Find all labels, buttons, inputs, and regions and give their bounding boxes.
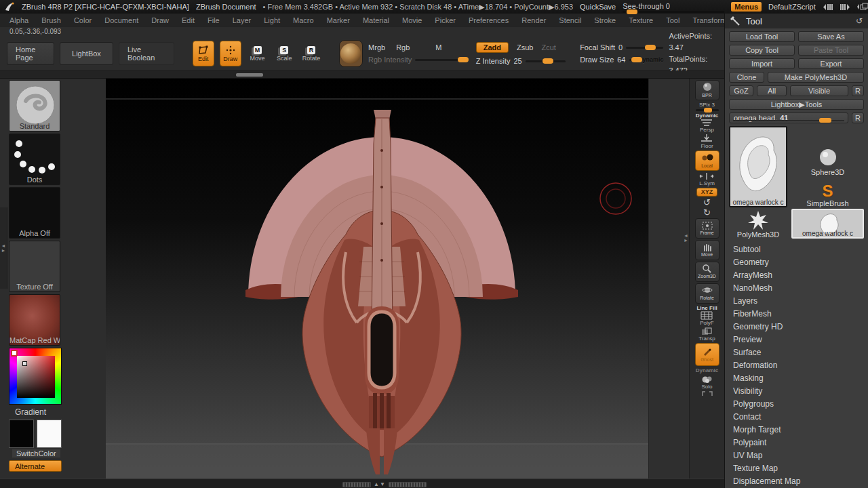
tool-section-header[interactable]: Layers [729, 294, 864, 307]
lsym-button[interactable]: L.Sym [699, 172, 715, 186]
draw-size-handle[interactable] [631, 57, 642, 62]
r-button-2[interactable]: R [852, 113, 864, 123]
alternate-button[interactable]: Alternate [9, 460, 62, 472]
r-button[interactable]: R [852, 85, 864, 96]
menu-item[interactable]: Layer [233, 16, 252, 24]
goz-visible-button[interactable]: Visible [790, 85, 848, 96]
see-through-groove[interactable] [623, 11, 724, 13]
menu-item[interactable]: Stroke [594, 16, 616, 24]
menu-item[interactable]: Light [264, 16, 280, 24]
menu-item[interactable]: Tool [666, 16, 679, 24]
document-canvas[interactable] [106, 79, 648, 479]
brush-thumbnail-standard[interactable]: Standard [9, 80, 60, 131]
solo-button[interactable]: Solo [701, 375, 714, 390]
xyz-button[interactable]: XYZ [696, 188, 718, 197]
rgb-intensity-slider[interactable] [415, 59, 462, 61]
menu-item[interactable]: File [208, 16, 220, 24]
tool-section-header[interactable]: Contact [729, 410, 864, 423]
bottom-scrollbar-left[interactable] [342, 482, 371, 487]
polyf-button[interactable]: Line Fill PolyF [696, 305, 717, 326]
zcut-button[interactable]: Zcut [541, 43, 555, 52]
tool-section-header[interactable]: Displacement Map [729, 474, 864, 487]
spix-handle[interactable] [704, 108, 712, 113]
default-zscript-button[interactable]: DefaultZScript [768, 3, 816, 11]
tool-section-header[interactable]: FiberMesh [729, 307, 864, 320]
tool-section-header[interactable]: Geometry [729, 256, 864, 268]
see-through-slider[interactable]: See-through 0 [623, 3, 724, 13]
zoom3d-button[interactable]: Zoom3D [695, 262, 719, 282]
frame-button[interactable]: Frame [695, 218, 719, 239]
menu-item[interactable]: Preferences [469, 16, 509, 24]
stroke-thumbnail-dots[interactable]: Dots [9, 134, 60, 185]
export-button[interactable]: Export [798, 58, 864, 69]
tool-section-header[interactable]: Morph Target [729, 423, 864, 436]
rgb-button[interactable]: Rgb [396, 43, 410, 52]
goz-all-button[interactable]: All [757, 85, 787, 96]
menu-item[interactable]: Movie [402, 16, 422, 24]
z-intensity-slider[interactable] [526, 60, 566, 62]
alpha-thumbnail[interactable]: Alpha Off [9, 187, 60, 239]
make-polymesh3d-button[interactable]: Make PolyMesh3D [768, 72, 864, 83]
copy-tool-button[interactable]: Copy Tool [729, 45, 795, 56]
tool-polymesh3d[interactable]: PolyMesh3D [729, 209, 787, 239]
active-tool-handle[interactable] [819, 118, 831, 123]
tool-sphere3d[interactable]: Sphere3D [791, 126, 864, 176]
menu-item[interactable]: Color [74, 16, 92, 24]
zadd-button[interactable]: Zadd [476, 42, 509, 53]
paste-tool-button[interactable]: Paste Tool [798, 45, 864, 56]
save-as-button[interactable]: Save As [798, 31, 864, 42]
lightbox-tools-button[interactable]: Lightbox▶Tools [729, 99, 864, 110]
tool-section-header[interactable]: Geometry HD [729, 320, 864, 333]
local-button[interactable]: Local [695, 150, 719, 171]
lightbox-button[interactable]: LightBox [60, 42, 113, 65]
color-saturation-square[interactable] [17, 356, 55, 398]
menu-item[interactable]: Alpha [9, 16, 28, 24]
main-color-swatch[interactable] [9, 420, 34, 448]
shelf-scrollbar[interactable] [0, 70, 724, 79]
menu-item[interactable]: Edit [182, 16, 195, 24]
scale-button[interactable]: S Scale [273, 41, 295, 66]
clipped-bottom-icon[interactable] [702, 391, 713, 396]
tool-panel-header[interactable]: Tool ↺ [725, 14, 868, 28]
move-button[interactable]: M Move [247, 41, 269, 66]
switch-color-button[interactable]: SwitchColor [12, 449, 60, 458]
right-tray-divider[interactable]: ◄► [684, 233, 688, 243]
scrub-right-icon[interactable] [840, 3, 850, 11]
active-tool-slider[interactable]: omega head. 41 [729, 113, 848, 123]
menu-item[interactable]: Picker [435, 16, 456, 24]
rgb-intensity-handle[interactable] [458, 57, 469, 62]
menu-item[interactable]: Transform [692, 16, 726, 24]
quicksave-button[interactable]: QuickSave [580, 3, 616, 11]
edit-button[interactable]: Edit [193, 41, 214, 66]
clone-button[interactable]: Clone [729, 72, 764, 83]
secondary-color-swatch[interactable] [37, 420, 62, 448]
menu-item[interactable]: Texture [629, 16, 653, 24]
bpr-button[interactable]: BPR [695, 80, 719, 100]
tool-section-header[interactable]: Visibility [729, 384, 864, 397]
zsub-button[interactable]: Zsub [517, 43, 533, 52]
tool-section-header[interactable]: Surface [729, 346, 864, 359]
load-tool-button[interactable]: Load Tool [729, 31, 795, 42]
goz-button[interactable]: GoZ [729, 85, 753, 96]
tool-section-header[interactable]: UV Map [729, 449, 864, 462]
tool-section-header[interactable]: Polygroups [729, 397, 864, 410]
tool-simplebrush[interactable]: S SimpleBrush [791, 178, 864, 207]
m-button[interactable]: M [435, 43, 441, 52]
focal-shift-handle[interactable] [645, 45, 656, 50]
see-through-handle[interactable] [627, 9, 637, 14]
selected-tool-thumbnail[interactable]: omega warlock c [729, 126, 787, 207]
ghost-button[interactable]: Ghost [695, 343, 719, 366]
menu-item[interactable]: Marker [327, 16, 350, 24]
tool-section-header[interactable]: Deformation [729, 359, 864, 371]
menus-button[interactable]: Menus [731, 2, 762, 12]
draw-button[interactable]: Draw [220, 41, 241, 66]
left-tray-divider[interactable]: ◄► [0, 207, 7, 289]
rotate-3d-button[interactable]: Rotate [695, 283, 719, 304]
home-page-button[interactable]: Home Page [7, 42, 54, 65]
tool-section-header[interactable]: Preview [729, 333, 864, 346]
draw-size-slider[interactable] [629, 59, 635, 61]
menu-item[interactable]: Render [521, 16, 546, 24]
panel-restore-icon[interactable]: ↺ [856, 16, 863, 26]
recent-tool-thumbnail[interactable]: omega warlock c [791, 209, 864, 239]
material-thumbnail[interactable]: MatCap Red Wax [9, 294, 60, 346]
